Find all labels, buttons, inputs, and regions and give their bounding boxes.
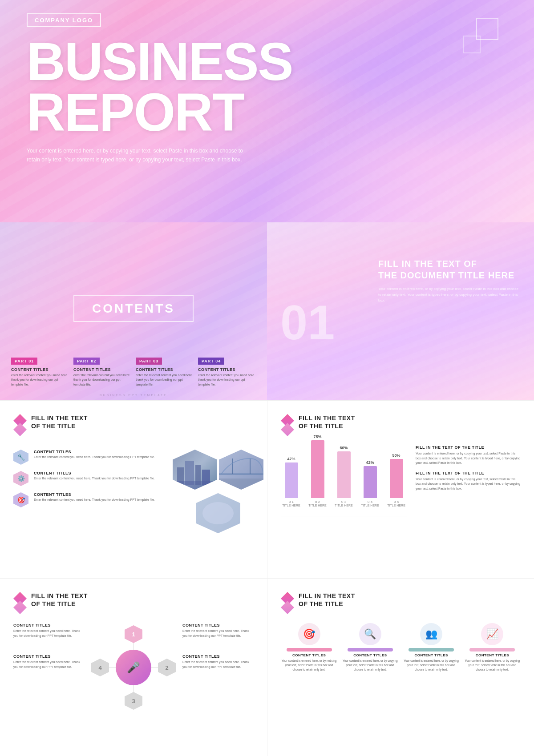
icon-0-text: CONTENT TITLES Enter the relevant conten… [34, 450, 155, 460]
bridge-svg [219, 450, 263, 490]
slide3-left-header: FILL IN THE TEXT OF THE TITLE [13, 414, 254, 436]
bar-label-num: 0 3 [341, 500, 346, 504]
circle-text-list-right: CONTENT TITLES Enter the relevant conten… [182, 623, 254, 712]
sky-svg [196, 493, 240, 533]
icon-grid-text-3: Your content is entered here, or by copy… [464, 659, 521, 672]
icon-0-desc: Enter the relevant content you need here… [34, 455, 155, 460]
slide3-right: FILL IN THE TEXT OF THE TITLE 47% 0 1 TI… [267, 400, 534, 578]
circle-diagram: 🎤 1 2 3 4 [89, 623, 178, 712]
slide3-left-title: FILL IN THE TEXT OF THE TITLE [31, 414, 88, 430]
slide4-left-content: CONTENT TITLES Enter the relevant conten… [13, 623, 254, 712]
part-02-badge: PART 02 [73, 358, 100, 365]
slide3-right-header: FILL IN THE TEXT OF THE TITLE [281, 414, 521, 436]
circle-text-title-2: CONTENT TITLES [182, 623, 254, 627]
part-04-badge: PART 04 [198, 358, 224, 365]
icon-1-title: CONTENT TITLES [34, 471, 155, 475]
svg-point-10 [202, 502, 234, 524]
icon-grid-circle-0: 🎯 [298, 623, 320, 645]
contents-parts-list: PART 01 CONTENT TITLES enter the relevan… [0, 356, 267, 387]
icon-grid-text-0: Your content is entered here, or by noti… [281, 659, 337, 672]
slide3-left-deco [13, 414, 27, 436]
bar-label-text: TITLE HERE [282, 504, 300, 507]
bar-bar [285, 462, 298, 498]
icon-0-hex: 🔧 [13, 450, 28, 465]
slide-row-2: CONTENTS PART 01 CONTENT TITLES enter th… [0, 222, 534, 400]
hex-img-sky [196, 493, 240, 533]
slide3-right-title: FILL IN THE TEXT OF THE TITLE [299, 414, 355, 430]
bar-chart-area: 47% 0 1 TITLE HERE 75% 0 2 TITLE HERE 60… [281, 445, 407, 516]
chart-text-area: FILL IN THE TEXT OF THE TITLE Your conte… [411, 445, 521, 516]
contents-watermark: BUSINESS PPT TEMPLATE [100, 394, 167, 397]
bar-group: 75% 0 2 TITLE HERE [307, 434, 328, 507]
bar-label-num: 0 4 [368, 500, 372, 504]
hero-slide: COMPANY LOGO BUSINESS REPORT Your conten… [0, 0, 534, 222]
icon-grid-title-3: CONTENT TITLES [464, 653, 521, 657]
bar-group: 60% 0 3 TITLE HERE [333, 446, 354, 507]
slide4-left-title: FILL IN THE TEXT OF THE TITLE [31, 592, 88, 608]
circle-text-item-2: CONTENT TITLES Enter the relevant conten… [182, 623, 254, 638]
contents-label-box: CONTENTS [73, 295, 194, 322]
city-svg [173, 450, 217, 490]
section01-text: FILL IN THE TEXT OF THE DOCUMENT TITLE H… [378, 258, 521, 303]
icon-grid-item-2: 👥 CONTENT TITLES Your content is entered… [403, 623, 460, 672]
circle-text-item-3: CONTENT TITLES Enter the relevant conten… [182, 654, 254, 669]
icon-grid-bar-3 [469, 648, 515, 651]
icon-0-title: CONTENT TITLES [34, 450, 155, 454]
slide3-left-content: 🔧 CONTENT TITLES Enter the relevant cont… [13, 445, 254, 533]
hero-title: BUSINESS REPORT [27, 36, 507, 137]
hero-title-line2: REPORT [27, 87, 507, 137]
bar-bar [390, 459, 403, 498]
slide3-left: FILL IN THE TEXT OF THE TITLE 🔧 CONTENT … [0, 400, 267, 578]
icon-item-1: ⚙️ CONTENT TITLES Enter the relevant con… [13, 471, 182, 486]
slide4-right: FILL IN THE TEXT OF THE TITLE 🎯 CONTENT … [267, 578, 534, 756]
part-01-title: CONTENT TITLES [11, 367, 69, 372]
bar-bar [311, 440, 324, 498]
bar-pct: 47% [287, 457, 295, 461]
icon-grid-bar-2 [409, 648, 454, 651]
icon-2-text: CONTENT TITLES Enter the relevant conten… [34, 492, 155, 503]
slide3-icon-list: 🔧 CONTENT TITLES Enter the relevant cont… [13, 450, 182, 533]
part-01-badge: PART 01 [11, 358, 37, 365]
contents-slide: CONTENTS PART 01 CONTENT TITLES enter th… [0, 222, 267, 400]
hero-subtitle: Your content is entered here, or by copy… [27, 146, 249, 165]
circle-text-desc-1: Enter the relevant content you need here… [13, 660, 85, 669]
circle-text-desc-2: Enter the relevant content you need here… [182, 629, 254, 638]
slide4-right-title-block: FILL IN THE TEXT OF THE TITLE [299, 592, 355, 608]
icon-grid-circle-2: 👥 [420, 623, 442, 645]
hex-image-cluster [182, 450, 254, 533]
circle-text-desc-3: Enter the relevant content you need here… [182, 660, 254, 669]
slide4-right-header: FILL IN THE TEXT OF THE TITLE [281, 592, 521, 614]
bar-pct: 75% [314, 434, 322, 439]
svg-rect-4 [173, 481, 217, 490]
icon-grid-item-0: 🎯 CONTENT TITLES Your content is entered… [281, 623, 337, 672]
icons-grid: 🎯 CONTENT TITLES Your content is entered… [281, 623, 521, 672]
icon-grid-bar-0 [287, 648, 332, 651]
section01-slide: 01 FILL IN THE TEXT OF THE DOCUMENT TITL… [267, 222, 534, 400]
bar-group: 42% 0 4 TITLE HERE [360, 460, 380, 507]
slide-row-3: FILL IN THE TEXT OF THE TITLE 🔧 CONTENT … [0, 400, 534, 578]
icon-grid-text-2: Your content is entered here, or by copy… [403, 659, 460, 672]
part-03-badge: PART 03 [136, 358, 162, 365]
company-logo: COMPANY LOGO [27, 13, 101, 27]
icon-grid-title-2: CONTENT TITLES [403, 653, 460, 657]
section01-heading-line1: FILL IN THE TEXT OF [378, 259, 477, 269]
part-03-title: CONTENT TITLES [136, 367, 194, 372]
icon-1-hex: ⚙️ [13, 471, 28, 486]
section01-heading-line2: THE DOCUMENT TITLE HERE [378, 270, 514, 280]
icon-grid-title-1: CONTENT TITLES [342, 653, 398, 657]
slide4-left-header: FILL IN THE TEXT OF THE TITLE [13, 592, 254, 614]
icon-item-2: 🎯 CONTENT TITLES Enter the relevant cont… [13, 492, 182, 507]
bar-label-text: TITLE HERE [387, 504, 405, 507]
chart-text-title-1: FILL IN THE TEXT OF THE TITLE [416, 471, 521, 475]
part-01-text: enter the relevant content you need here… [11, 373, 69, 387]
part-04-text: enter the relevant content you need here… [198, 373, 256, 387]
slide3-left-title-block: FILL IN THE TEXT OF THE TITLE [31, 414, 88, 430]
bar-label-text: TITLE HERE [361, 504, 379, 507]
slide3-right-title-block: FILL IN THE TEXT OF THE TITLE [299, 414, 355, 430]
icon-grid-circle-1: 🔍 [359, 623, 381, 645]
circle-text-desc-0: Enter the relevant content you need here… [13, 629, 85, 638]
bar-label-num: 0 2 [315, 500, 320, 504]
slide3-right-content: 47% 0 1 TITLE HERE 75% 0 2 TITLE HERE 60… [281, 445, 521, 516]
part-04-column: PART 04 CONTENT TITLES enter the relevan… [198, 356, 256, 387]
bar-label-text: TITLE HERE [308, 504, 326, 507]
